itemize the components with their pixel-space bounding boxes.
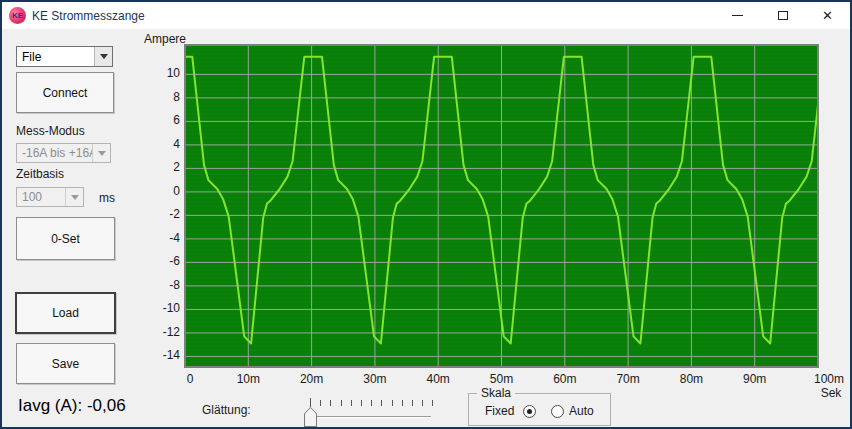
y-tick-label: -14 xyxy=(148,348,180,362)
x-tick-label: 50m xyxy=(480,372,524,386)
load-button-label: Load xyxy=(52,306,79,320)
load-button[interactable]: Load xyxy=(15,292,116,334)
app-window: KE KE Strommesszange ✕ File Connect Mess… xyxy=(0,0,852,429)
maximize-icon xyxy=(778,11,788,20)
port-select[interactable]: File xyxy=(16,46,113,67)
y-tick-label: 2 xyxy=(148,160,180,174)
y-axis-title: Ampere xyxy=(144,32,186,46)
titlebar: KE KE Strommesszange ✕ xyxy=(2,2,850,29)
zeitbasis-unit-label: ms xyxy=(99,191,115,205)
y-tick-label: -4 xyxy=(148,231,180,245)
save-button-label: Save xyxy=(52,357,79,371)
radio-auto-label: Auto xyxy=(569,404,594,418)
radio-fixed[interactable] xyxy=(523,405,536,418)
y-tick-label: 0 xyxy=(148,184,180,198)
slider-tick xyxy=(412,400,413,406)
slider-tick xyxy=(371,400,372,406)
slider-tick xyxy=(341,400,342,406)
waveform-chart xyxy=(185,45,818,367)
y-tick-label: 10 xyxy=(148,66,180,80)
x-tick-label: 60m xyxy=(543,372,587,386)
y-tick-label: -2 xyxy=(148,207,180,221)
chevron-down-icon[interactable] xyxy=(94,47,112,66)
y-tick-label: 6 xyxy=(148,113,180,127)
waveform-svg xyxy=(185,45,818,367)
slider-tick xyxy=(402,400,403,406)
x-tick-label: 80m xyxy=(669,372,713,386)
window-title: KE Strommesszange xyxy=(32,9,145,23)
maximize-button[interactable] xyxy=(760,2,805,29)
x-tick-label: 20m xyxy=(290,372,334,386)
x-tick-label: 30m xyxy=(353,372,397,386)
glaettung-label: Glättung: xyxy=(202,403,251,417)
slider-tick xyxy=(320,400,321,406)
mess-modus-value: -16A bis +16A xyxy=(17,146,92,160)
y-tick-label: -12 xyxy=(148,325,180,339)
y-tick-label: -6 xyxy=(148,254,180,268)
mess-modus-select: -16A bis +16A xyxy=(16,143,111,163)
chevron-down-icon xyxy=(92,144,110,162)
x-tick-label: 90m xyxy=(733,372,777,386)
y-tick-label: 8 xyxy=(148,90,180,104)
y-tick-label: -8 xyxy=(148,278,180,292)
close-icon: ✕ xyxy=(822,9,833,22)
y-tick-label: 4 xyxy=(148,137,180,151)
y-tick-label: -10 xyxy=(148,301,180,315)
slider-tick xyxy=(392,400,393,406)
app-logo-icon: KE xyxy=(9,7,26,24)
zeitbasis-select: 100 xyxy=(16,187,84,207)
slider-tick xyxy=(310,398,311,407)
slider-tick xyxy=(330,400,331,406)
radio-auto[interactable] xyxy=(551,405,564,418)
chevron-down-icon xyxy=(65,188,83,206)
port-select-value: File xyxy=(17,50,94,64)
zero-set-button-label: 0-Set xyxy=(51,232,80,246)
close-button[interactable]: ✕ xyxy=(805,2,850,29)
save-button[interactable]: Save xyxy=(16,343,115,384)
slider-tick xyxy=(432,400,433,406)
zeitbasis-value: 100 xyxy=(17,190,65,204)
mess-modus-label: Mess-Modus xyxy=(16,124,85,138)
minimize-icon xyxy=(732,15,743,16)
x-tick-label: 40m xyxy=(416,372,460,386)
slider-tick xyxy=(361,400,362,406)
x-tick-label: 100m xyxy=(807,372,851,386)
x-axis-unit-label: Sek xyxy=(811,386,851,400)
x-tick-label: 0 xyxy=(168,372,212,386)
slider-tick xyxy=(381,400,382,406)
zeitbasis-label: Zeitbasis xyxy=(16,167,64,181)
slider-tick xyxy=(351,400,352,406)
glaettung-slider-thumb[interactable] xyxy=(304,407,317,427)
zero-set-button[interactable]: 0-Set xyxy=(16,217,115,260)
connect-button[interactable]: Connect xyxy=(16,72,114,113)
minimize-button[interactable] xyxy=(715,2,760,29)
x-tick-label: 70m xyxy=(606,372,650,386)
slider-tick xyxy=(422,400,423,406)
glaettung-slider-track[interactable] xyxy=(309,416,431,418)
iavg-readout: Iavg (A): -0,06 xyxy=(18,396,126,416)
skala-groupbox-title: Skala xyxy=(477,386,515,400)
x-tick-label: 10m xyxy=(226,372,270,386)
radio-fixed-label: Fixed xyxy=(485,404,514,418)
connect-button-label: Connect xyxy=(43,86,88,100)
